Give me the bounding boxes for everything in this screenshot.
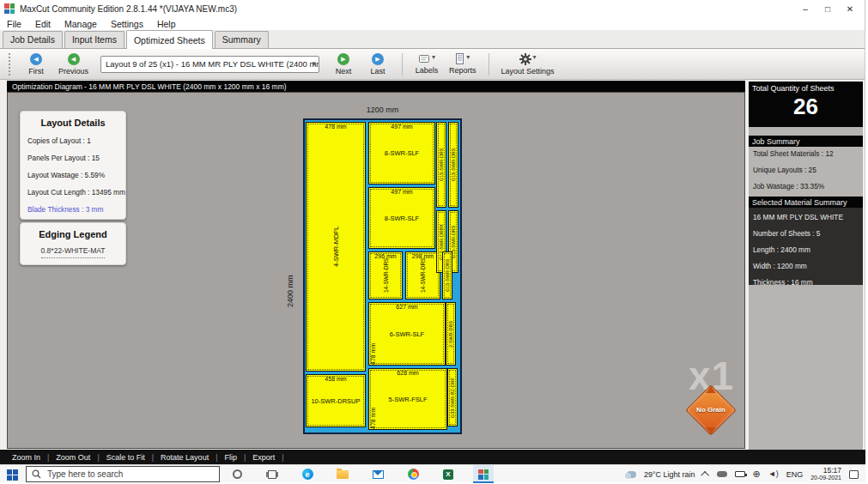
reports-button[interactable]: ▾ Reports: [449, 53, 476, 75]
material-summary-rows: Number of Sheets : 5Length : 2400 mmWidt…: [749, 229, 863, 287]
action-rotate-layout[interactable]: Rotate Layout: [161, 453, 209, 462]
search-input[interactable]: Type here to search: [26, 466, 220, 482]
taskbar-mail-button[interactable]: [367, 465, 388, 483]
toolbar-grip[interactable]: [9, 53, 12, 76]
first-button[interactable]: ◀ First: [24, 53, 48, 76]
toolbar-separator: [489, 53, 489, 76]
canvas-action-bar: Zoom In|Zoom Out|Scale to Fit|Rotate Lay…: [0, 450, 865, 464]
cut-panel: 458 mm10-SWR-DRSUP: [306, 374, 366, 427]
cut-panel: G15-SWR-DRS: [436, 122, 446, 208]
tray-chevron-up-icon[interactable]: [701, 471, 709, 480]
edging-legend-title: Edging Legend: [21, 229, 125, 239]
sheet[interactable]: 478 mm4-SWR-MDPL458 mm10-SWR-DRSUP497 mm…: [303, 118, 462, 434]
edging-legend-card: Edging Legend 0.8*22-WHITE-MAT: [20, 222, 126, 265]
screen: MaxCut Community Edition 2.8.1.44 *(VIJA…: [0, 0, 868, 484]
taskbar-excel-button[interactable]: X: [438, 465, 458, 483]
app-window: MaxCut Community Edition 2.8.1.44 *(VIJA…: [0, 0, 865, 482]
network-icon[interactable]: ⊕: [753, 469, 761, 479]
labels-dropdown-caret[interactable]: ▾: [432, 53, 435, 61]
onedrive-icon[interactable]: [717, 471, 727, 477]
action-separator: |: [215, 453, 217, 462]
cut-panel: G33-SWR-BZ-DRF: [447, 368, 458, 427]
layout-select[interactable]: Layout 9 of 25 (x1) - 16 MM MR PLY DSL W…: [100, 56, 319, 73]
windows-taskbar: Type here to search eX 29°C Light rain ⊕…: [0, 464, 865, 482]
diagram-header: Optimization Diagram - 16 MM MR PLY DSL …: [7, 81, 745, 92]
tab-optimized-sheets[interactable]: Optimized Sheets: [126, 30, 213, 49]
reports-dropdown-caret[interactable]: ▾: [466, 53, 470, 61]
tab-summary[interactable]: Summary: [215, 31, 269, 48]
taskbar-edge-button[interactable]: e: [297, 465, 318, 483]
minimize-button[interactable]: –: [794, 0, 816, 17]
clock-time: 15:17: [810, 467, 841, 475]
weather-label[interactable]: 29°C Light rain: [644, 470, 695, 479]
taskbar-folder-button[interactable]: [332, 465, 353, 483]
action-separator: |: [97, 453, 99, 462]
maxcut-icon: [478, 469, 489, 480]
panel-name-label: G15-SWR-DRS: [449, 123, 458, 207]
material-summary-header: Selected Material Summary: [749, 197, 863, 208]
labels-button[interactable]: ▾ Labels: [415, 53, 439, 75]
tab-input-items[interactable]: Input Items: [64, 31, 124, 48]
job-summary-header: Job Summary: [749, 136, 863, 147]
action-scale-to-fit[interactable]: Scale to Fit: [106, 453, 145, 462]
maxcut-app-icon: [4, 3, 15, 14]
cortana-icon: [233, 469, 242, 479]
cut-panel: 497 mm8-SWR-SLF: [368, 122, 435, 185]
clock[interactable]: 15:17 20-09-2021: [810, 467, 841, 482]
action-zoom-out[interactable]: Zoom Out: [56, 453, 90, 462]
layout-settings-dropdown-caret[interactable]: ▾: [533, 53, 537, 61]
layout-settings-button[interactable]: ▾ Layout Settings: [501, 53, 555, 76]
menu-item-edit[interactable]: Edit: [35, 19, 51, 29]
layout-detail-panels-per-layout: Panels Per Layout : 15: [21, 154, 125, 162]
panel-name-label: G15-SWR-DRS: [443, 252, 452, 299]
taskbar-maxcut-button[interactable]: [473, 465, 494, 483]
search-icon: [32, 469, 41, 479]
cut-panel: 628 mm478 mm5-SWR-FSLF: [368, 368, 447, 430]
material-summary-thickness: Thickness : 16 mm: [749, 278, 863, 287]
layout-detail-layout-cut-length: Layout Cut Length : 13495 mm: [21, 188, 125, 197]
battery-icon[interactable]: [735, 471, 745, 477]
tab-job-details[interactable]: Job Details: [3, 31, 63, 48]
no-grain-badge: No Grain: [683, 384, 738, 438]
material-summary-length: Length : 2400 mm: [749, 245, 863, 254]
next-icon: ▶: [337, 53, 349, 65]
maximize-button[interactable]: □: [816, 0, 839, 17]
action-separator: |: [282, 453, 283, 462]
cut-panel: 296 mm14-SWR-DRS: [368, 251, 403, 299]
optimization-canvas[interactable]: Layout Details Copies of Layout : 1Panel…: [7, 92, 745, 449]
no-grain-arrow-up-icon: [706, 386, 716, 393]
close-button[interactable]: ✕: [839, 0, 861, 17]
menu-item-manage[interactable]: Manage: [64, 19, 97, 29]
next-button[interactable]: ▶ Next: [331, 53, 355, 76]
previous-button[interactable]: ◀ Previous: [58, 53, 88, 76]
language-indicator[interactable]: ENG: [786, 470, 804, 479]
panel-name-label: G33-SWR-BZ-DRF: [448, 369, 457, 426]
windows-logo-icon: [7, 469, 18, 481]
action-zoom-in[interactable]: Zoom In: [12, 453, 40, 462]
label-icon: [418, 53, 430, 64]
no-grain-label: No Grain: [683, 406, 738, 414]
menu-item-file[interactable]: File: [7, 19, 21, 29]
system-tray: 29°C Light rain ⊕ ◄) ENG 15:17 20-09-202…: [627, 465, 859, 483]
browser-icon: [408, 469, 419, 480]
taskbar-browser-button[interactable]: [403, 465, 423, 483]
menu-item-settings[interactable]: Settings: [111, 19, 143, 29]
cut-panel: G15-SWR-DRS: [442, 251, 452, 299]
weather-icon[interactable]: [627, 471, 636, 478]
action-flip[interactable]: Flip: [224, 453, 237, 462]
chevron-down-icon: ▾: [312, 59, 316, 68]
cut-panel: 497 mm8-SWR-SLF: [368, 187, 435, 249]
taskbar-taskview-button[interactable]: [262, 465, 282, 483]
taskbar-cortana-button[interactable]: [227, 465, 247, 483]
folder-icon: [337, 470, 349, 479]
action-export[interactable]: Export: [252, 453, 275, 462]
action-center-icon[interactable]: [849, 470, 859, 479]
material-name: 16 MM MR PLY DSL WHITE: [749, 213, 863, 221]
cut-panel: 2-SWR-DRS: [446, 302, 456, 366]
cut-panel: 478 mm4-SWR-MDPL: [306, 122, 366, 372]
sheet-height-label: 2400 mm: [286, 221, 294, 307]
last-button[interactable]: ▶ Last: [366, 53, 390, 76]
volume-icon[interactable]: ◄): [768, 470, 779, 478]
menu-item-help[interactable]: Help: [157, 19, 176, 29]
start-button[interactable]: [5, 468, 19, 481]
